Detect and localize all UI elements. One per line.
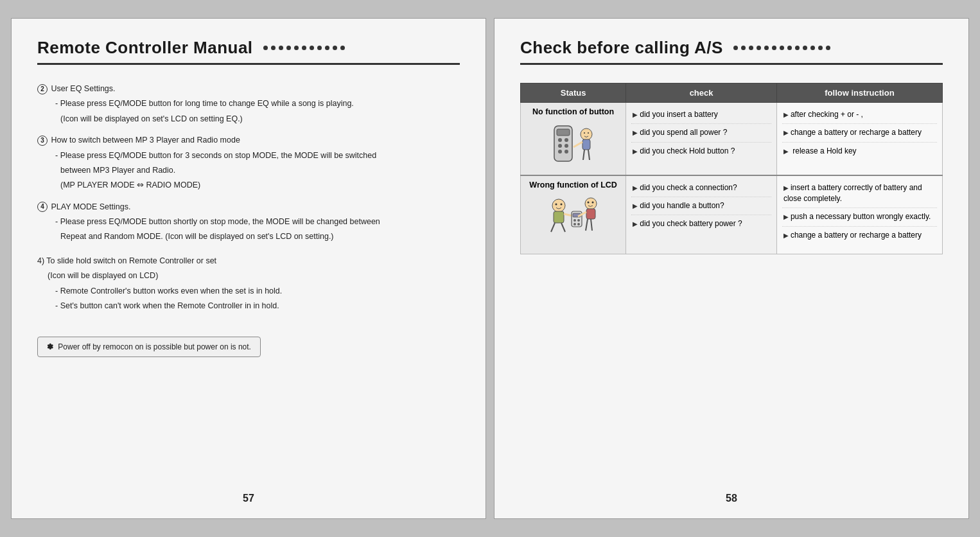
section-2-item-1: - Please press EQ/MODE button for long t… <box>37 98 460 110</box>
check-2-item-2: ▶did you handle a button? <box>631 197 771 215</box>
svg-point-5 <box>564 144 568 148</box>
section-4a-item-1: - Please press EQ/MODE button shortly on… <box>37 216 460 228</box>
circle-3: 3 <box>37 136 48 146</box>
rdot-10 <box>803 46 807 50</box>
dot-1 <box>263 46 268 50</box>
check-1-item-2: ▶did you spend all power ? <box>631 124 771 142</box>
rdot-6 <box>772 46 776 50</box>
right-page-header: Check before calling A/S <box>520 38 943 65</box>
svg-rect-29 <box>586 209 595 219</box>
check-2-item-3: ▶did you check battery power ? <box>631 215 771 233</box>
table-header-row: Status check follow instruction <box>521 84 943 103</box>
status-1-label: No function of button <box>526 106 620 118</box>
tri-icon-6: ▶ <box>633 220 638 227</box>
section-3-block: 3 How to switch between MP 3 Player and … <box>37 134 460 192</box>
check-2-item-1: ▶did you check a connection? <box>631 179 771 197</box>
left-page-title: Remote Controller Manual <box>37 38 253 58</box>
asterisk-symbol: ✽ <box>47 342 53 351</box>
svg-point-8 <box>581 128 592 140</box>
svg-point-27 <box>577 223 580 225</box>
svg-point-28 <box>585 198 597 209</box>
left-page-number: 57 <box>243 493 254 504</box>
check-table: Status check follow instruction No funct… <box>520 83 943 254</box>
follow-1-item-1: ▶after checking + or - , <box>782 106 937 124</box>
rdot-3 <box>749 46 753 50</box>
tri-icon-4: ▶ <box>633 184 638 191</box>
dot-5 <box>294 46 299 50</box>
section-4b-heading: 4) To slide hold switch on Remote Contro… <box>37 255 460 267</box>
pages-container: Remote Controller Manual 2 User <box>11 18 969 519</box>
rdot-11 <box>810 46 815 50</box>
follow-1-item-3: ▶ release a Hold key <box>782 143 937 160</box>
section-4a-heading: 4 PLAY MODE Settings. <box>37 201 460 213</box>
rdot-13 <box>826 46 830 50</box>
follow-2-item-2: ▶push a necessary button wrongly exactly… <box>782 208 937 226</box>
ftri-4: ▶ <box>783 184 789 191</box>
status-2: Wrong function of LCD <box>521 175 626 254</box>
svg-rect-16 <box>554 211 564 223</box>
left-dots-decoration <box>263 46 460 50</box>
dot-2 <box>271 46 276 50</box>
section-4b-item-2: - Set's button can't work when the Remot… <box>37 300 460 312</box>
section-4a-block: 4 PLAY MODE Settings. - Please press EQ/… <box>37 201 460 243</box>
header-check: check <box>626 84 777 103</box>
remote-icon-svg <box>548 123 599 168</box>
svg-rect-1 <box>557 129 570 136</box>
dot-7 <box>310 46 314 50</box>
right-dots-decoration <box>733 46 943 50</box>
section-3-item-1: - Please press EQ/MODE button for 3 seco… <box>37 150 460 162</box>
header-follow: follow instruction <box>776 84 942 103</box>
svg-line-11 <box>583 150 584 160</box>
rdot-1 <box>733 46 738 50</box>
svg-point-20 <box>555 203 557 205</box>
svg-point-24 <box>573 219 576 222</box>
circle-4: 4 <box>37 202 48 212</box>
tri-icon-2: ▶ <box>633 129 638 136</box>
section-4b-block: 4) To slide hold switch on Remote Contro… <box>37 255 460 313</box>
svg-line-32 <box>591 219 592 231</box>
svg-line-31 <box>586 219 588 231</box>
right-page: Check before calling A/S Status <box>494 18 969 519</box>
tri-icon-1: ▶ <box>633 111 638 118</box>
follow-col-2: ▶insert a battery correctly of battery a… <box>776 175 942 254</box>
status-2-label: Wrong function of LCD <box>526 179 620 191</box>
rdot-12 <box>818 46 823 50</box>
person-icon-svg <box>545 196 602 247</box>
section-3-item-2: between MP3 Player and Radio. <box>37 164 460 177</box>
ftri-5: ▶ <box>783 213 789 220</box>
circle-2: 2 <box>37 84 48 94</box>
check-1-item-3: ▶did you check Hold button ? <box>631 143 771 160</box>
ftri-3: ▶ <box>783 148 789 155</box>
note-box: ✽ Power off by remocon on is possible bu… <box>37 337 261 357</box>
rdot-5 <box>764 46 769 50</box>
follow-col-1: ▶after checking + or - , ▶change a batte… <box>776 103 942 175</box>
left-page-header: Remote Controller Manual <box>37 38 460 65</box>
header-status: Status <box>521 84 626 103</box>
ftri-2: ▶ <box>783 129 789 136</box>
right-page-number: 58 <box>726 493 737 504</box>
section-2-heading: 2 User EQ Settings. <box>37 83 460 95</box>
follow-1-item-2: ▶change a battery or recharge a battery <box>782 124 937 142</box>
follow-2-item-1: ▶insert a battery correctly of battery a… <box>782 179 937 209</box>
dot-11 <box>340 46 345 50</box>
right-page-title: Check before calling A/S <box>520 38 723 58</box>
check-col-1: ▶did you insert a battery ▶did you spend… <box>626 103 777 175</box>
svg-point-2 <box>558 138 562 142</box>
status-1: No function of button <box>521 103 626 175</box>
left-page: Remote Controller Manual 2 User <box>11 18 486 519</box>
section-3-item-3: (MP PLAYER MODE ⇔ RADIO MODE) <box>37 179 460 191</box>
ftri-6: ▶ <box>783 232 789 239</box>
section-2-item-2: (Icon will be displayed on set's LCD on … <box>37 113 460 125</box>
dot-6 <box>302 46 306 50</box>
section-3-heading: 3 How to switch between MP 3 Player and … <box>37 134 460 146</box>
follow-2-item-3: ▶change a battery or recharge a battery <box>782 227 937 244</box>
table-row-2: Wrong function of LCD <box>521 175 943 254</box>
check-col-2: ▶did you check a connection? ▶did you ha… <box>626 175 777 254</box>
svg-point-7 <box>564 150 568 154</box>
svg-point-21 <box>560 203 562 205</box>
svg-point-13 <box>584 132 585 134</box>
svg-point-14 <box>588 132 589 134</box>
rdot-2 <box>741 46 746 50</box>
svg-point-25 <box>577 219 580 222</box>
svg-line-10 <box>573 142 582 147</box>
